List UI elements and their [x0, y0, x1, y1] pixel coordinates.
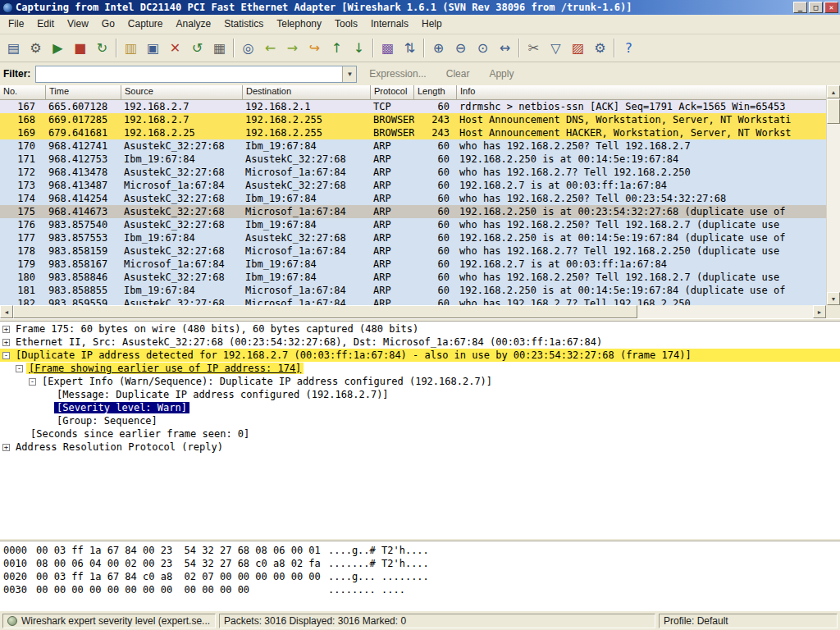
toolbar-help-button[interactable]: ? [618, 37, 640, 59]
packet-row-179[interactable]: 179983.858167Microsof_1a:67:84Ibm_19:67:… [0, 258, 826, 271]
expression-button[interactable]: Expression... [362, 66, 433, 81]
collapse-icon[interactable]: - [2, 352, 10, 359]
detail-row-0[interactable]: +Frame 175: 60 bytes on wire (480 bits),… [0, 322, 840, 336]
hex-row-0020[interactable]: 002000 03 ff 1a 67 84 c0 a8 02 07 00 00 … [3, 570, 837, 583]
menu-item-analyze[interactable]: Analyze [170, 15, 218, 34]
toolbar-zoom-in-button[interactable]: ⊕ [427, 37, 450, 59]
toolbar-list-interfaces-button[interactable]: ▤ [2, 37, 25, 59]
packet-list-hscrollbar[interactable]: ◄ ► [0, 305, 840, 318]
toolbar-capture-start-button[interactable]: ▶ [47, 37, 69, 59]
toolbar-coloring-rules-button[interactable]: ▨ [567, 37, 589, 59]
packet-row-180[interactable]: 180983.858846AsustekC_32:27:68Ibm_19:67:… [0, 271, 826, 284]
menu-item-go[interactable]: Go [95, 15, 121, 34]
toolbar-find-packet-button[interactable]: ◎ [237, 37, 259, 59]
column-header-protocol[interactable]: Protocol [371, 85, 414, 100]
collapse-icon[interactable]: - [29, 378, 36, 386]
toolbar-save-capture-button[interactable]: ▣ [142, 37, 164, 59]
column-header-no[interactable]: No. [0, 85, 46, 100]
detail-row-9[interactable]: +Address Resolution Protocol (reply) [0, 441, 840, 454]
menu-item-telephony[interactable]: Telephony [270, 15, 328, 34]
toolbar-close-capture-button[interactable]: ✕ [164, 37, 186, 59]
detail-row-8[interactable]: [Seconds since earlier frame seen: 0] [0, 427, 840, 441]
detail-row-1[interactable]: +Ethernet II, Src: AsustekC_32:27:68 (00… [0, 336, 840, 349]
detail-row-6[interactable]: [Severity level: Warn] [0, 401, 840, 414]
collapse-icon[interactable]: - [16, 365, 23, 372]
packet-row-182[interactable]: 182983.859559AsustekC_32:27:68Microsof_1… [0, 297, 826, 305]
toolbar-display-filters-button[interactable]: ▽ [545, 37, 567, 59]
toolbar-colorize-button[interactable]: ▩ [377, 37, 399, 59]
column-header-length[interactable]: Length [414, 85, 457, 100]
menu-item-tools[interactable]: Tools [328, 15, 364, 34]
packet-row-175[interactable]: 175968.414673AsustekC_32:27:68Microsof_1… [0, 205, 826, 218]
packet-list-vscrollbar[interactable]: ▲ ▼ [826, 85, 840, 305]
toolbar-zoom-out-button[interactable]: ⊖ [450, 37, 472, 59]
toolbar-auto-scroll-button[interactable]: ⇅ [399, 37, 421, 59]
detail-row-3[interactable]: -[Frame showing earlier use of IP addres… [0, 362, 840, 375]
detail-row-7[interactable]: [Group: Sequence] [0, 414, 840, 427]
detail-row-2[interactable]: -[Duplicate IP address detected for 192.… [0, 349, 840, 362]
vscroll-thumb[interactable] [827, 99, 840, 124]
menu-item-help[interactable]: Help [415, 15, 449, 34]
toolbar-capture-options-button[interactable]: ⚙ [25, 37, 47, 59]
packet-row-176[interactable]: 176983.857540AsustekC_32:27:68Ibm_19:67:… [0, 218, 826, 231]
expand-icon[interactable]: + [2, 326, 10, 333]
toolbar-preferences-button[interactable]: ⚙ [589, 37, 611, 59]
packet-row-169[interactable]: 169679.641681192.168.2.25192.168.2.255BR… [0, 126, 826, 139]
toolbar-go-to-packet-button[interactable]: ↪ [304, 37, 326, 59]
hscroll-thumb[interactable] [13, 305, 637, 318]
expert-info-section[interactable]: Wireshark expert severity level (expert.… [2, 614, 216, 628]
column-header-time[interactable]: Time [46, 85, 121, 100]
packet-row-174[interactable]: 174968.414254AsustekC_32:27:68Ibm_19:67:… [0, 192, 826, 205]
packet-row-171[interactable]: 171968.412753Ibm_19:67:84AsustekC_32:27:… [0, 153, 826, 166]
scroll-down-button[interactable]: ▼ [827, 292, 840, 305]
expert-severity-icon[interactable] [7, 616, 17, 626]
scroll-right-button[interactable]: ► [813, 305, 826, 318]
detail-row-5[interactable]: [Message: Duplicate IP address configure… [0, 388, 840, 401]
toolbar-go-forward-button[interactable]: → [281, 37, 304, 59]
hex-row-0000[interactable]: 000000 03 ff 1a 67 84 00 23 54 32 27 68 … [3, 544, 837, 557]
packet-row-178[interactable]: 178983.858159AsustekC_32:27:68Microsof_1… [0, 244, 826, 258]
clear-button[interactable]: Clear [439, 66, 477, 81]
menu-item-capture[interactable]: Capture [121, 15, 170, 34]
packet-row-181[interactable]: 181983.858855Ibm_19:67:84Microsof_1a:67:… [0, 284, 826, 297]
toolbar-capture-restart-button[interactable]: ↻ [91, 37, 113, 59]
hex-row-0030[interactable]: 003000 00 00 00 00 00 00 00 00 00 00 00.… [3, 583, 837, 596]
toolbar-reload-capture-button[interactable]: ↺ [186, 37, 208, 59]
packet-row-167[interactable]: 167665.607128192.168.2.7192.168.2.1TCP60… [0, 100, 826, 113]
filter-input[interactable] [36, 66, 342, 82]
toolbar-go-to-top-button[interactable]: ↑ [326, 37, 348, 59]
packet-row-172[interactable]: 172968.413478AsustekC_32:27:68Microsof_1… [0, 166, 826, 179]
packet-row-173[interactable]: 173968.413487Microsof_1a:67:84AsustekC_3… [0, 179, 826, 192]
toolbar-resize-columns-button[interactable]: ↔ [494, 37, 516, 59]
filter-dropdown-button[interactable]: ▼ [342, 66, 356, 82]
title-bar[interactable]: Capturing from Intel DC21140 PCI Fast Et… [0, 0, 840, 15]
detail-row-4[interactable]: -[Expert Info (Warn/Sequence): Duplicate… [0, 375, 840, 388]
scroll-left-button[interactable]: ◄ [0, 305, 13, 318]
minimize-button[interactable]: _ [793, 2, 807, 13]
column-header-destination[interactable]: Destination [243, 85, 371, 100]
hscroll-track[interactable] [13, 305, 813, 318]
menu-item-file[interactable]: File [2, 15, 30, 34]
apply-button[interactable]: Apply [482, 66, 521, 81]
profile-section[interactable]: Profile: Default [659, 614, 838, 628]
toolbar-open-capture-button[interactable]: ▥ [120, 37, 142, 59]
hex-row-0010[interactable]: 001008 00 06 04 00 02 00 23 54 32 27 68 … [3, 557, 837, 570]
expand-icon[interactable]: + [2, 339, 10, 346]
toolbar-print-button[interactable]: ▦ [208, 37, 231, 59]
scroll-up-button[interactable]: ▲ [827, 85, 840, 98]
toolbar-capture-stop-button[interactable]: ■ [69, 37, 91, 59]
close-button[interactable]: ✕ [824, 2, 838, 13]
column-header-source[interactable]: Source [121, 85, 243, 100]
expand-icon[interactable]: + [2, 444, 10, 451]
packet-row-177[interactable]: 177983.857553Ibm_19:67:84AsustekC_32:27:… [0, 231, 826, 244]
menu-item-view[interactable]: View [61, 15, 95, 34]
toolbar-capture-filters-button[interactable]: ✂ [523, 37, 545, 59]
menu-item-edit[interactable]: Edit [30, 15, 61, 34]
toolbar-go-back-button[interactable]: ← [259, 37, 281, 59]
maximize-button[interactable]: □ [809, 2, 823, 13]
toolbar-zoom-normal-button[interactable]: ⊙ [472, 37, 494, 59]
menu-item-statistics[interactable]: Statistics [217, 15, 270, 34]
menu-item-internals[interactable]: Internals [364, 15, 415, 34]
column-header-info[interactable]: Info [457, 85, 840, 100]
toolbar-go-to-bottom-button[interactable]: ↓ [348, 37, 370, 59]
